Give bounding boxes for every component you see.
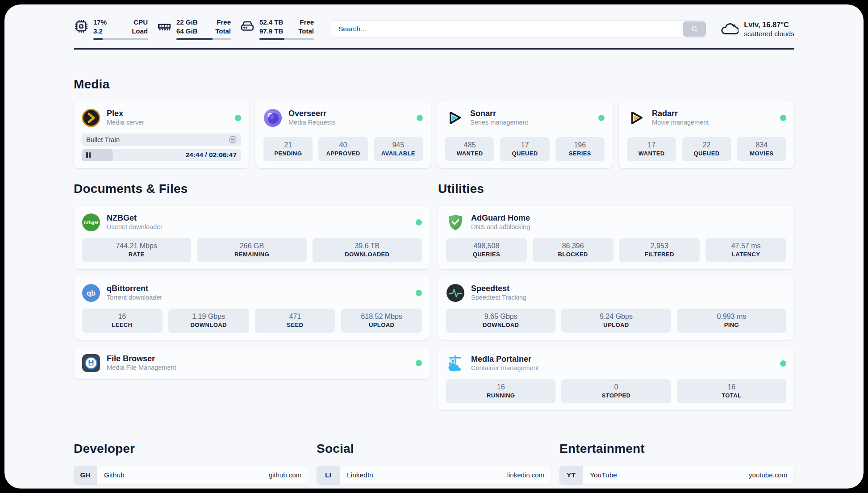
bookmark-name: YouTube [590,471,617,479]
app-card-overseerr[interactable]: Overseerr Media Requests 21PENDING 40APP… [255,101,431,168]
stat-movies: 834MOVIES [737,137,786,161]
app-card-nzbget[interactable]: nzbget NZBGet Usenet downloader 744.21 M… [74,206,430,269]
disk-total: 97.9 TB [259,27,283,35]
cpu-load-value: 3.2 [93,27,103,35]
cpu-label-1: CPU [134,18,148,26]
status-online-dot [780,115,786,121]
disk-label-1: Free [300,18,314,26]
app-desc: Torrent downloader [107,293,162,302]
dashboard-page: 17%3.2 CPULoad 22 GiB64 GiB [4,4,864,489]
disk-icon [240,19,255,34]
stat-queued: 17QUEUED [500,137,549,161]
portainer-logo-icon [446,354,465,373]
bookmark-abbr: LI [317,466,340,485]
app-desc: Speedtest Tracking [471,293,526,302]
disk-progress-bar [259,38,314,40]
status-online-dot [780,360,786,367]
bookmark-youtube[interactable]: YT YouTube youtube.com [559,466,794,485]
stat-wanted: 485WANTED [445,137,494,161]
ram-label-2: Total [215,27,231,35]
cpu-percent: 17% [93,18,107,26]
app-desc: Media Requests [288,118,335,127]
status-online-dot [416,219,422,226]
section-title-media: Media [74,77,794,92]
section-title-entertainment: Entertainment [559,442,794,456]
app-name: NZBGet [107,213,163,223]
speedtest-pulse-icon [446,284,465,302]
stat-queued: 22QUEUED [682,137,731,161]
ram-total: 64 GiB [176,27,198,35]
stat-ping: 0.993 msPING [677,309,786,333]
app-card-qbittorrent[interactable]: qb qBittorrent Torrent downloader 16LEEC… [74,276,430,340]
bookmark-abbr: GH [74,466,97,485]
svg-text:nzbget: nzbget [84,220,99,225]
bookmark-name: Github [104,471,125,479]
disk-progress-fill [259,38,284,40]
stat-wanted: 17WANTED [627,137,676,161]
search-input[interactable] [331,20,707,38]
stat-approved: 40APPROVED [318,137,367,161]
top-bar: 17%3.2 CPULoad 22 GiB64 GiB [74,18,794,40]
section-title-social: Social [317,442,551,456]
bookmark-github[interactable]: GH Github github.com [74,466,309,485]
memory-widget: 22 GiB64 GiB FreeTotal [157,18,231,40]
stat-running: 16RUNNING [446,379,555,403]
bookmark-linkedin[interactable]: LI LinkedIn linkedin.com [317,466,551,485]
app-card-plex[interactable]: Plex Media server Bullet Train 24:44 / 0… [74,101,249,168]
disk-free: 52.4 TB [259,18,283,26]
stat-downloaded: 39.6 TBDOWNLOADED [313,238,422,262]
app-card-speedtest[interactable]: Speedtest Speedtest Tracking 9.65 GbpsDO… [438,276,794,340]
cpu-chip-icon [74,19,89,34]
app-name: Speedtest [471,284,526,294]
app-desc: Movie management [652,118,709,127]
ram-icon [157,19,172,34]
stat-leech: 16LEECH [82,309,163,333]
stat-download: 1.19 GbpsDOWNLOAD [168,309,249,333]
app-name: Overseerr [288,109,335,119]
stat-series: 196SERIES [555,137,605,161]
status-online-dot [416,360,422,366]
app-name: qBittorrent [107,284,162,294]
app-card-sonarr[interactable]: Sonarr Series management 485WANTED 17QUE… [437,101,613,168]
app-card-portainer[interactable]: Media Portainer Container management 16R… [438,347,794,410]
weather-widget[interactable]: Lviv, 16.87°C scattered clouds [720,20,794,38]
cpu-progress-fill [93,38,103,40]
stat-filtered: 2,953FILTERED [619,238,700,262]
weather-location-temp: Lviv, 16.87°C [744,20,794,29]
svg-text:qb: qb [87,289,96,297]
status-online-dot [417,115,423,121]
weather-condition: scattered clouds [744,30,794,38]
bookmark-url: github.com [269,471,301,479]
app-card-adguard[interactable]: AdGuard Home DNS and adblocking 498,508Q… [438,206,794,269]
cpu-widget: 17%3.2 CPULoad [74,18,148,40]
ram-label-1: Free [217,18,231,26]
filebrowser-logo-icon [82,354,100,372]
search-engine-button[interactable]: G [683,21,706,37]
app-card-filebrowser[interactable]: File Browser Media File Management [74,347,430,379]
stat-stopped: 0STOPPED [561,379,671,403]
status-online-dot [235,115,241,121]
cpu-progress-bar [93,38,148,40]
app-name: Radarr [652,109,709,119]
bookmark-url: linkedin.com [507,471,544,479]
now-playing-title: Bullet Train [86,136,120,143]
app-card-radarr[interactable]: Radarr Movie management 17WANTED 22QUEUE… [619,101,794,168]
app-name: AdGuard Home [471,213,530,223]
section-title-documents: Documents & Files [74,182,430,196]
stat-seed: 471SEED [255,309,336,333]
adguard-shield-icon [446,213,465,232]
app-desc: Series management [470,118,528,127]
app-name: Plex [107,109,144,119]
disk-label-2: Total [298,27,314,35]
ram-progress-bar [176,38,231,40]
ram-free: 22 GiB [176,18,198,26]
stat-queries: 498,508QUERIES [446,238,527,262]
pause-icon [86,152,91,158]
stat-total: 16TOTAL [677,379,786,403]
bookmark-abbr: YT [559,466,583,485]
disk-widget: 52.4 TB97.9 TB FreeTotal [240,18,314,40]
plex-logo-icon [82,109,100,127]
cpu-label-2: Load [132,27,148,35]
sonarr-logo-icon [445,109,464,127]
bookmark-url: youtube.com [749,471,787,479]
